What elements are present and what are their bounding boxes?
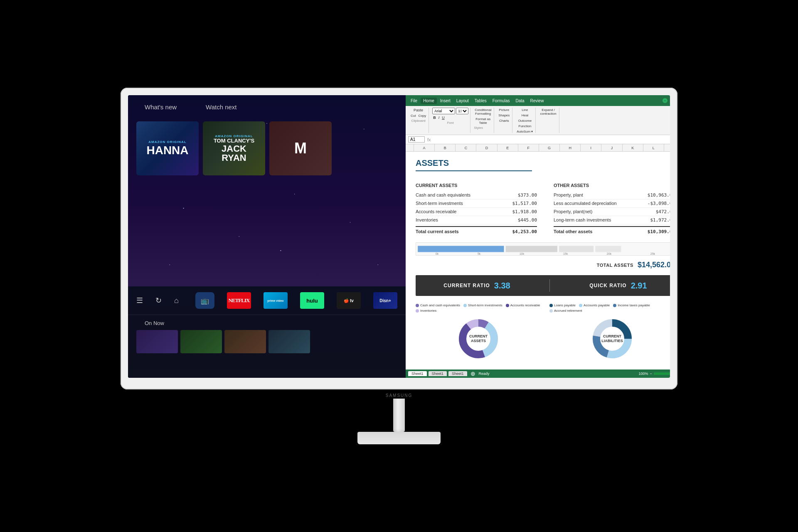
menu-review[interactable]: Review bbox=[528, 98, 547, 104]
btn-underline[interactable]: U bbox=[441, 115, 446, 120]
btn-picture[interactable]: Picture bbox=[498, 108, 510, 112]
appletv-nav-tile[interactable]: 🍎 tv bbox=[337, 292, 361, 309]
inventories-value: $445.00 bbox=[518, 217, 537, 223]
legend-cash-dot bbox=[416, 304, 419, 307]
inventories-label: Inventories bbox=[416, 217, 438, 223]
col-H[interactable]: H bbox=[560, 144, 581, 151]
total-assets-value: $14,562.00 bbox=[638, 261, 670, 269]
btn-copy[interactable]: Copy bbox=[417, 113, 427, 118]
add-sheet-btn[interactable]: ⊕ bbox=[470, 370, 475, 377]
col-I[interactable]: I bbox=[581, 144, 601, 151]
btn-bold[interactable]: B bbox=[432, 115, 437, 120]
disney-nav-tile[interactable]: Disn+ bbox=[373, 292, 397, 309]
sheet-tab-2[interactable]: Sheet1 bbox=[429, 371, 447, 376]
on-now-section: On Now bbox=[128, 315, 406, 353]
netflix-label: NETFLIX bbox=[229, 297, 250, 304]
row-col-spacer bbox=[406, 144, 414, 151]
current-ratio-value: 3.38 bbox=[494, 281, 510, 291]
current-assets-donut-label: CURRENTASSETS bbox=[469, 334, 488, 343]
longterm-value: $1,972.00 bbox=[650, 217, 670, 223]
on-now-thumb-1[interactable] bbox=[136, 330, 178, 353]
col-F[interactable]: F bbox=[518, 144, 539, 151]
cash-value: $373.00 bbox=[518, 192, 537, 198]
on-now-thumb-3[interactable] bbox=[224, 330, 266, 353]
btn-autosum[interactable]: AutoSum ▾ bbox=[516, 129, 534, 134]
col-J[interactable]: J bbox=[601, 144, 622, 151]
ribbon-expand: Expand /contraction bbox=[537, 108, 559, 133]
win-minimize[interactable]: − bbox=[663, 98, 667, 103]
zoom-controls: 100% − + bbox=[638, 372, 670, 376]
on-now-thumb-4[interactable] bbox=[268, 330, 310, 353]
chart-label-20k: 20k bbox=[607, 252, 611, 255]
accounts-recv-label: Accounts receivable bbox=[416, 209, 456, 214]
col-G[interactable]: G bbox=[539, 144, 560, 151]
menu-layout[interactable]: Layout bbox=[454, 98, 471, 104]
btn-expand[interactable]: Expand /contraction bbox=[539, 108, 557, 116]
btn-outcome[interactable]: Outcome bbox=[516, 118, 534, 123]
watch-next-label: Watch next bbox=[197, 103, 245, 111]
asset-row-cash: Cash and cash equivalents $373.00 bbox=[416, 191, 537, 200]
menu-file[interactable]: File bbox=[408, 98, 420, 104]
samsung-tv-nav-icon[interactable]: 📺 bbox=[195, 292, 214, 309]
btn-heal[interactable]: Heal bbox=[516, 113, 534, 118]
btn-conditional-formatting[interactable]: ConditionalFormatting bbox=[474, 108, 492, 116]
netflix-nav-tile[interactable]: NETFLIX bbox=[227, 292, 251, 309]
other-assets-col: OTHER ASSETS Property, plant $10,963.00 … bbox=[554, 183, 670, 236]
quick-ratio-item: QUICK RATIO 2.91 bbox=[589, 281, 647, 291]
ribbon-styles: ConditionalFormatting Format asTable Sty… bbox=[472, 108, 494, 133]
col-D[interactable]: D bbox=[476, 144, 497, 151]
font-size-select[interactable]: 11 bbox=[456, 108, 468, 114]
assets-title: ASSETS bbox=[416, 158, 532, 171]
excel-bottom-bar: Sheet1 Sheet1 Sheet1 ⊕ Ready 100% − + bbox=[406, 369, 670, 378]
show-card-hanna[interactable]: AMAZON ORIGINAL HANNA bbox=[136, 121, 199, 175]
btn-function[interactable]: Function bbox=[516, 124, 534, 128]
col-K[interactable]: K bbox=[623, 144, 643, 151]
col-C[interactable]: C bbox=[456, 144, 476, 151]
prime-nav-tile[interactable]: prime video bbox=[264, 292, 288, 309]
col-A[interactable]: A bbox=[414, 144, 435, 151]
col-B[interactable]: B bbox=[435, 144, 456, 151]
refresh-icon[interactable]: ↻ bbox=[155, 296, 162, 305]
menu-home[interactable]: Home bbox=[421, 98, 437, 104]
longterm-label: Long-term cash investments bbox=[554, 217, 611, 223]
menu-insert[interactable]: Insert bbox=[438, 98, 453, 104]
show-card-jackryan[interactable]: AMAZON ORIGINAL TOM CLANCY'S JACKRYAN bbox=[203, 121, 265, 175]
col-L[interactable]: L bbox=[643, 144, 664, 151]
btn-italic[interactable]: I bbox=[438, 115, 441, 120]
btn-line[interactable]: Line bbox=[516, 108, 534, 112]
zoom-minus[interactable]: − bbox=[650, 372, 652, 376]
legend-inventories-label: Inventories bbox=[420, 309, 436, 313]
whats-new-label: What's new bbox=[136, 103, 185, 111]
current-ratio-label: CURRENT RATIO bbox=[443, 283, 490, 288]
hamburger-icon[interactable]: ☰ bbox=[136, 296, 143, 305]
sheet-tab-3[interactable]: Sheet1 bbox=[448, 371, 467, 376]
col-M[interactable]: M bbox=[664, 144, 670, 151]
hulu-nav-tile[interactable]: hulu bbox=[300, 292, 324, 309]
show3-bg: M bbox=[269, 121, 332, 175]
btn-cut[interactable]: Cut bbox=[410, 113, 416, 118]
on-now-thumb-2[interactable] bbox=[180, 330, 222, 353]
menu-tables[interactable]: Tables bbox=[472, 98, 489, 104]
font-family-select[interactable]: Arial bbox=[432, 108, 455, 114]
btn-paste[interactable]: Paste bbox=[410, 108, 427, 113]
hanna-bg: AMAZON ORIGINAL HANNA bbox=[136, 121, 199, 175]
show3-title: M bbox=[294, 140, 307, 157]
on-now-thumbnails bbox=[136, 330, 397, 353]
zoom-level: 100% bbox=[638, 372, 648, 376]
menu-data[interactable]: Data bbox=[513, 98, 527, 104]
btn-shapes[interactable]: Shapes bbox=[498, 113, 510, 118]
menu-formulas[interactable]: Formulas bbox=[490, 98, 512, 104]
sheet-tab-1[interactable]: Sheet1 bbox=[408, 371, 427, 376]
assets-table: CURRENT ASSETS Cash and cash equivalents… bbox=[416, 183, 670, 236]
btn-charts[interactable]: Charts bbox=[498, 118, 510, 123]
home-icon[interactable]: ⌂ bbox=[174, 296, 179, 305]
col-E[interactable]: E bbox=[498, 144, 518, 151]
zoom-slider[interactable] bbox=[654, 372, 670, 375]
chart-label-10k: 10k bbox=[520, 252, 524, 255]
current-liabilities-donut-label: CURRENTLIABILITIES bbox=[601, 334, 623, 343]
hanna-title: HANNA bbox=[146, 144, 188, 157]
current-assets-col: CURRENT ASSETS Cash and cash equivalents… bbox=[416, 183, 537, 236]
show-card-misc[interactable]: M bbox=[269, 121, 332, 175]
btn-format-table[interactable]: Format asTable bbox=[474, 117, 492, 125]
cell-reference[interactable]: A1 bbox=[408, 136, 425, 143]
